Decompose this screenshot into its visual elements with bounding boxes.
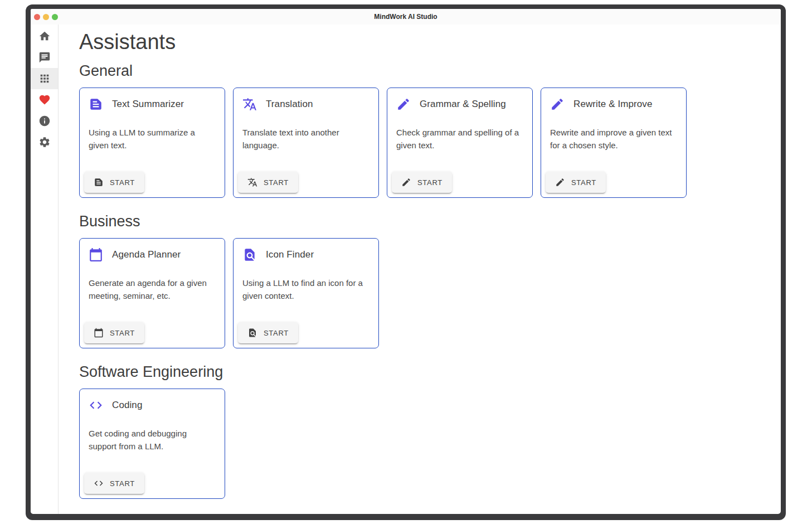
chat-icon (38, 51, 51, 64)
assistant-card-description: Get coding and debugging support from a … (80, 412, 225, 453)
pencil-icon (401, 177, 411, 187)
assistant-card-grammar-spelling: Grammar & Spelling Check grammar and spe… (387, 88, 533, 198)
code-icon (94, 478, 104, 488)
home-icon (38, 30, 51, 42)
card-header: Text Summarizer (80, 88, 225, 111)
start-button-rewrite-improve[interactable]: START (546, 172, 606, 193)
sidebar-item-home[interactable] (31, 26, 58, 47)
card-actions: START (80, 318, 225, 348)
find-in-page-icon (242, 247, 257, 262)
start-button-label: START (264, 329, 289, 337)
pencil-icon (555, 177, 565, 187)
assistant-card-title: Grammar & Spelling (420, 99, 506, 110)
assistant-card-title: Coding (112, 400, 142, 411)
card-header: Grammar & Spelling (387, 88, 532, 111)
window-title: MindWork AI Studio (31, 13, 781, 21)
assistant-card-agenda-planner: Agenda Planner Generate an agenda for a … (79, 238, 225, 348)
start-button-grammar-spelling[interactable]: START (392, 172, 452, 193)
main-content: Assistants General Text Summarizer Using… (59, 25, 781, 514)
card-header: Translation (234, 88, 378, 111)
start-button-label: START (110, 178, 135, 187)
start-button-label: START (110, 329, 135, 337)
card-actions: START (234, 318, 378, 348)
card-actions: START (80, 167, 225, 197)
pencil-icon (396, 97, 411, 111)
zoom-window-button[interactable] (52, 14, 58, 20)
calendar-icon (94, 328, 104, 338)
section-general: General Text Summarizer Using a LLM to s… (79, 62, 770, 198)
text-snippet-icon (94, 177, 104, 187)
calendar-icon (89, 247, 103, 262)
start-button-label: START (110, 479, 135, 488)
assistant-card-title: Agenda Planner (112, 249, 181, 260)
assistant-card-description: Generate an agenda for a given meeting, … (80, 262, 225, 302)
minimize-window-button[interactable] (43, 14, 49, 20)
card-row: Coding Get coding and debugging support … (79, 389, 770, 499)
assistant-card-description: Using a LLM to summarize a given text. (80, 111, 225, 152)
sidebar-item-assistants[interactable] (31, 68, 58, 89)
assistant-card-rewrite-improve: Rewrite & Improve Rewrite and improve a … (541, 88, 687, 198)
assistant-card-description: Translate text into another language. (234, 111, 378, 152)
card-actions: START (234, 167, 378, 197)
card-row: Agenda Planner Generate an agenda for a … (79, 238, 770, 348)
start-button-icon-finder[interactable]: START (238, 322, 298, 343)
app-body: Assistants General Text Summarizer Using… (31, 25, 781, 514)
assistant-card-title: Icon Finder (266, 249, 314, 260)
window-controls (31, 14, 58, 20)
section-software-engineering: Software Engineering Coding Get coding a… (79, 363, 770, 499)
window-inner: MindWork AI Studio (31, 9, 781, 514)
assistant-card-description: Using a LLM to find an icon for a given … (234, 262, 378, 302)
card-actions: START (387, 167, 532, 197)
app-window: MindWork AI Studio (26, 4, 786, 520)
sidebar-item-favorites[interactable] (31, 89, 58, 110)
titlebar: MindWork AI Studio (31, 9, 781, 25)
translate-icon (242, 97, 257, 111)
card-actions: START (80, 468, 225, 498)
start-button-agenda-planner[interactable]: START (84, 322, 144, 343)
apps-grid-icon (38, 72, 51, 85)
section-title-software-engineering: Software Engineering (79, 363, 770, 381)
translate-icon (247, 177, 257, 187)
assistant-card-translation: Translation Translate text into another … (233, 88, 379, 198)
close-window-button[interactable] (34, 14, 40, 20)
section-title-business: Business (79, 212, 770, 231)
start-button-text-summarizer[interactable]: START (84, 172, 144, 193)
info-icon (38, 115, 51, 127)
sidebar-item-chats[interactable] (31, 47, 58, 68)
card-actions: START (541, 167, 686, 197)
assistant-card-description: Check grammar and spelling of a given te… (387, 111, 532, 152)
card-header: Rewrite & Improve (541, 88, 686, 111)
sidebar (31, 25, 59, 514)
find-in-page-icon (247, 328, 257, 338)
assistant-card-coding: Coding Get coding and debugging support … (79, 389, 225, 499)
code-icon (89, 398, 103, 412)
heart-icon (38, 94, 51, 106)
section-title-general: General (79, 62, 770, 80)
start-button-label: START (264, 178, 289, 187)
card-header: Coding (80, 389, 225, 412)
section-business: Business Agenda Planner Generate an agen… (79, 212, 770, 348)
start-button-coding[interactable]: START (84, 473, 144, 494)
start-button-label: START (417, 178, 443, 187)
text-snippet-icon (89, 97, 103, 111)
gear-icon (38, 136, 51, 148)
page-title: Assistants (79, 29, 770, 55)
start-button-translation[interactable]: START (238, 172, 298, 193)
assistant-card-title: Translation (266, 99, 313, 110)
sidebar-item-settings[interactable] (31, 132, 58, 153)
card-header: Agenda Planner (80, 239, 225, 262)
assistant-card-title: Text Summarizer (112, 99, 184, 110)
assistant-card-text-summarizer: Text Summarizer Using a LLM to summarize… (79, 88, 225, 198)
assistant-card-title: Rewrite & Improve (573, 99, 653, 110)
assistant-card-icon-finder: Icon Finder Using a LLM to find an icon … (233, 238, 379, 348)
sidebar-item-about[interactable] (31, 110, 58, 132)
card-header: Icon Finder (234, 239, 378, 262)
assistant-card-description: Rewrite and improve a given text for a c… (541, 111, 686, 152)
card-row: Text Summarizer Using a LLM to summarize… (79, 88, 770, 198)
start-button-label: START (571, 178, 596, 187)
pencil-icon (550, 97, 565, 111)
